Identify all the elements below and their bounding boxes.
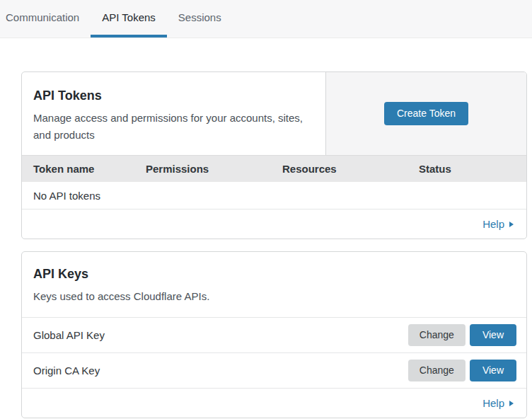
create-token-button[interactable]: Create Token: [384, 102, 468, 125]
api-tokens-card: API Tokens Manage access and permissions…: [21, 71, 527, 239]
key-row-global-api-key: Global API Key Change View: [22, 318, 526, 353]
tab-api-tokens[interactable]: API Tokens: [91, 0, 167, 38]
tab-list: Communication API Tokens Sessions: [0, 0, 233, 38]
global-api-key-view-button[interactable]: View: [470, 324, 516, 346]
api-keys-card-header: API Keys Keys used to access Cloudflare …: [22, 252, 526, 318]
tab-sessions[interactable]: Sessions: [167, 0, 233, 38]
origin-ca-key-change-button[interactable]: Change: [408, 360, 466, 381]
help-arrow-icon: [509, 222, 514, 227]
api-keys-description: Keys used to access Cloudflare APIs.: [33, 288, 314, 305]
key-label-origin-ca-key: Origin CA Key: [33, 365, 408, 377]
api-tokens-header-action-panel: Create Token: [325, 72, 526, 155]
keys-card-footer: Help: [22, 389, 526, 418]
origin-ca-key-view-button[interactable]: View: [470, 360, 516, 381]
api-tokens-description: Manage access and permissions for your a…: [33, 110, 314, 144]
tokens-help-label: Help: [482, 218, 504, 230]
tokens-empty-row: No API tokens: [22, 182, 526, 210]
help-arrow-icon: [509, 401, 514, 406]
keys-help-label: Help: [482, 397, 504, 409]
tab-communication[interactable]: Communication: [0, 0, 91, 38]
column-header-resources: Resources: [282, 163, 419, 175]
column-header-status: Status: [419, 163, 526, 175]
tokens-empty-message: No API tokens: [33, 190, 100, 202]
api-tokens-title: API Tokens: [33, 88, 314, 103]
column-header-permissions: Permissions: [146, 163, 282, 175]
key-row-origin-ca-key: Origin CA Key Change View: [22, 353, 526, 389]
api-keys-title: API Keys: [33, 266, 515, 282]
api-tokens-header-text: API Tokens Manage access and permissions…: [22, 72, 325, 155]
tokens-help-link[interactable]: Help: [482, 218, 514, 230]
api-keys-card: API Keys Keys used to access Cloudflare …: [21, 251, 527, 418]
api-tokens-card-header: API Tokens Manage access and permissions…: [22, 72, 526, 155]
tokens-table-header: Token name Permissions Resources Status: [22, 155, 526, 182]
global-api-key-change-button[interactable]: Change: [408, 324, 466, 346]
column-header-token-name: Token name: [33, 163, 146, 175]
key-label-global-api-key: Global API Key: [33, 329, 408, 341]
tab-bar: Communication API Tokens Sessions: [0, 0, 532, 38]
keys-help-link[interactable]: Help: [482, 397, 514, 409]
tokens-card-footer: Help: [22, 210, 526, 239]
